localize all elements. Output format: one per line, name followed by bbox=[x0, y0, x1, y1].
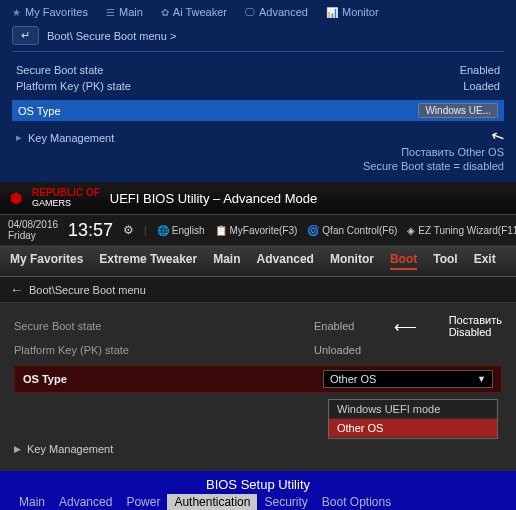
back-button[interactable]: ← bbox=[10, 282, 23, 297]
breadcrumb: ← Boot\Secure Boot menu bbox=[0, 277, 516, 303]
fan-icon: 🌀 bbox=[307, 225, 319, 236]
info-row: Platform Key (PK) stateLoaded bbox=[12, 78, 504, 94]
tab-authentication[interactable]: Authentication bbox=[167, 494, 257, 510]
nav-favorites[interactable]: My Favorites bbox=[10, 252, 83, 270]
breadcrumb: ↵ Boot\ Secure Boot menu > bbox=[12, 24, 504, 47]
back-button[interactable]: ↵ bbox=[12, 26, 39, 45]
wizard-icon: ◈ bbox=[407, 225, 415, 236]
rog-logo-text: REPUBLIC OF GAMERS bbox=[32, 188, 100, 208]
star-icon: ★ bbox=[12, 7, 21, 18]
nav-exit[interactable]: Exit bbox=[474, 252, 496, 270]
info-row: Secure Boot stateEnabled bbox=[12, 62, 504, 78]
tab-power[interactable]: Power bbox=[119, 494, 167, 510]
tab-advanced[interactable]: Advanced bbox=[52, 494, 119, 510]
clock: 13:57 bbox=[68, 220, 113, 241]
nav-monitor[interactable]: Monitor bbox=[330, 252, 374, 270]
gear-icon[interactable]: ⚙ bbox=[123, 223, 134, 237]
tab-favorites[interactable]: ★ My Favorites bbox=[12, 6, 88, 18]
chevron-right-icon: ▶ bbox=[14, 444, 21, 454]
os-type-label: OS Type bbox=[18, 105, 61, 117]
tab-boot-options[interactable]: Boot Options bbox=[315, 494, 398, 510]
qfan-button[interactable]: 🌀Qfan Control(F6) bbox=[307, 225, 397, 236]
bios-panel-legacy: BIOS Setup Utility Main Advanced Power A… bbox=[0, 471, 516, 510]
content: Secure Boot state Enabled ⟵ ПоставитьDis… bbox=[0, 303, 516, 471]
submenu-icon: ▸ bbox=[16, 131, 22, 144]
nav-advanced[interactable]: Advanced bbox=[257, 252, 314, 270]
os-type-label: OS Type bbox=[23, 373, 323, 385]
chevron-down-icon: ▼ bbox=[477, 374, 486, 384]
rog-logo: ⬢ bbox=[10, 191, 22, 205]
annotation-text: Secure Boot state = disabled bbox=[363, 160, 504, 172]
tab-main[interactable]: ☰ Main bbox=[106, 6, 143, 18]
annotation-arrow-icon: ↖ bbox=[488, 125, 508, 148]
os-type-dropdown[interactable]: Other OS ▼ bbox=[323, 370, 493, 388]
annotation-text: ПоставитьDisabled bbox=[449, 314, 502, 338]
header: ⬢ REPUBLIC OF GAMERS UEFI BIOS Utility –… bbox=[0, 182, 516, 215]
bios-panel-rog: ⬢ REPUBLIC OF GAMERS UEFI BIOS Utility –… bbox=[0, 182, 516, 471]
bios-title: UEFI BIOS Utility – Advanced Mode bbox=[110, 191, 317, 206]
advanced-icon: 🖵 bbox=[245, 7, 255, 18]
dropdown-option[interactable]: Windows UEFI mode bbox=[329, 400, 497, 419]
list-icon: ☰ bbox=[106, 7, 115, 18]
dropdown-menu: Windows UEFI mode Other OS bbox=[328, 399, 498, 439]
main-nav: My Favorites Extreme Tweaker Main Advanc… bbox=[0, 246, 516, 277]
tab-main[interactable]: Main bbox=[12, 494, 52, 510]
monitor-icon: 📊 bbox=[326, 7, 338, 18]
tab-monitor[interactable]: 📊 Monitor bbox=[326, 6, 379, 18]
key-management-row[interactable]: ▸ Key Management bbox=[12, 127, 118, 148]
gear-icon: ✿ bbox=[161, 7, 169, 18]
top-tabs: Main Advanced Power Authentication Secur… bbox=[0, 494, 516, 510]
nav-tool[interactable]: Tool bbox=[433, 252, 457, 270]
tab-ai-tweaker[interactable]: ✿ Ai Tweaker bbox=[161, 6, 227, 18]
info-row: Platform Key (PK) state Unloaded bbox=[14, 341, 502, 359]
bios-title: BIOS Setup Utility bbox=[0, 475, 516, 494]
myfavorite-button[interactable]: 📋MyFavorite(F3) bbox=[215, 225, 298, 236]
date-block: 04/08/2016 Friday bbox=[8, 219, 58, 241]
annotation-text: Поставить Other OS bbox=[363, 146, 504, 158]
separator bbox=[12, 51, 504, 52]
eztuning-button[interactable]: ◈EZ Tuning Wizard(F11) bbox=[407, 225, 516, 236]
tab-security[interactable]: Security bbox=[257, 494, 314, 510]
globe-icon: 🌐 bbox=[157, 225, 169, 236]
breadcrumb-text: Boot\ Secure Boot menu > bbox=[47, 30, 176, 42]
os-type-row[interactable]: OS Type Windows UE... bbox=[12, 100, 504, 121]
info-row: Secure Boot state Enabled ⟵ ПоставитьDis… bbox=[14, 311, 502, 341]
dropdown-option-selected[interactable]: Other OS bbox=[329, 419, 497, 438]
language-button[interactable]: 🌐English bbox=[157, 225, 205, 236]
nav-extreme-tweaker[interactable]: Extreme Tweaker bbox=[99, 252, 197, 270]
nav-boot[interactable]: Boot bbox=[390, 252, 417, 270]
list-icon: 📋 bbox=[215, 225, 227, 236]
top-tabs: ★ My Favorites ☰ Main ✿ Ai Tweaker 🖵 Adv… bbox=[12, 4, 504, 24]
os-type-value-button[interactable]: Windows UE... bbox=[418, 103, 498, 118]
bios-panel-asus-blue: ★ My Favorites ☰ Main ✿ Ai Tweaker 🖵 Adv… bbox=[0, 0, 516, 182]
nav-main[interactable]: Main bbox=[213, 252, 240, 270]
os-type-row[interactable]: OS Type Other OS ▼ bbox=[14, 365, 502, 393]
key-management-row[interactable]: ▶ Key Management bbox=[14, 439, 502, 459]
info-bar: 04/08/2016 Friday 13:57 ⚙ | 🌐English 📋My… bbox=[0, 215, 516, 246]
tab-advanced[interactable]: 🖵 Advanced bbox=[245, 6, 308, 18]
annotation-arrow-icon: ⟵ bbox=[394, 317, 417, 336]
